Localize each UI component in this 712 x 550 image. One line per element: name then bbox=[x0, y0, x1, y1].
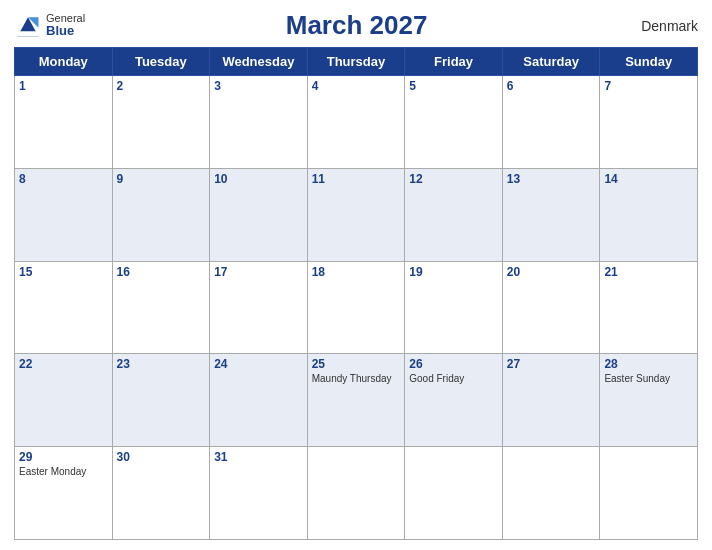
day-number: 9 bbox=[117, 172, 206, 186]
week-row-3: 15161718192021 bbox=[15, 261, 698, 354]
day-number: 16 bbox=[117, 265, 206, 279]
holiday-label: Easter Sunday bbox=[604, 373, 693, 384]
calendar-cell: 29Easter Monday bbox=[15, 447, 113, 540]
col-tuesday: Tuesday bbox=[112, 48, 210, 76]
day-number: 7 bbox=[604, 79, 693, 93]
calendar-cell: 17 bbox=[210, 261, 308, 354]
day-number: 27 bbox=[507, 357, 596, 371]
calendar-cell: 23 bbox=[112, 354, 210, 447]
calendar-cell: 1 bbox=[15, 76, 113, 169]
logo: General Blue bbox=[14, 12, 85, 40]
calendar-cell: 31 bbox=[210, 447, 308, 540]
day-number: 21 bbox=[604, 265, 693, 279]
col-saturday: Saturday bbox=[502, 48, 600, 76]
calendar-cell: 13 bbox=[502, 168, 600, 261]
calendar-cell: 30 bbox=[112, 447, 210, 540]
col-wednesday: Wednesday bbox=[210, 48, 308, 76]
calendar-cell: 4 bbox=[307, 76, 405, 169]
day-number: 14 bbox=[604, 172, 693, 186]
col-thursday: Thursday bbox=[307, 48, 405, 76]
day-number: 3 bbox=[214, 79, 303, 93]
week-row-4: 22232425Maundy Thursday26Good Friday2728… bbox=[15, 354, 698, 447]
day-number: 13 bbox=[507, 172, 596, 186]
logo-icon bbox=[14, 12, 42, 40]
calendar-cell: 21 bbox=[600, 261, 698, 354]
calendar-cell: 5 bbox=[405, 76, 503, 169]
calendar-cell: 11 bbox=[307, 168, 405, 261]
week-row-5: 29Easter Monday3031 bbox=[15, 447, 698, 540]
day-number: 8 bbox=[19, 172, 108, 186]
calendar-cell: 12 bbox=[405, 168, 503, 261]
calendar-cell: 14 bbox=[600, 168, 698, 261]
calendar-cell: 8 bbox=[15, 168, 113, 261]
calendar-cell: 22 bbox=[15, 354, 113, 447]
day-number: 31 bbox=[214, 450, 303, 464]
calendar-cell: 15 bbox=[15, 261, 113, 354]
day-number: 23 bbox=[117, 357, 206, 371]
calendar-cell: 27 bbox=[502, 354, 600, 447]
calendar-cell: 6 bbox=[502, 76, 600, 169]
day-number: 20 bbox=[507, 265, 596, 279]
calendar-cell: 7 bbox=[600, 76, 698, 169]
calendar-cell: 2 bbox=[112, 76, 210, 169]
holiday-label: Maundy Thursday bbox=[312, 373, 401, 384]
svg-rect-3 bbox=[18, 31, 39, 36]
calendar-cell bbox=[307, 447, 405, 540]
country-label: Denmark bbox=[628, 18, 698, 34]
calendar-header: General Blue March 2027 Denmark bbox=[14, 10, 698, 41]
week-row-1: 1234567 bbox=[15, 76, 698, 169]
day-number: 12 bbox=[409, 172, 498, 186]
day-number: 25 bbox=[312, 357, 401, 371]
col-monday: Monday bbox=[15, 48, 113, 76]
logo-text: General Blue bbox=[46, 12, 85, 38]
calendar-cell: 10 bbox=[210, 168, 308, 261]
day-number: 22 bbox=[19, 357, 108, 371]
calendar-cell: 19 bbox=[405, 261, 503, 354]
day-number: 18 bbox=[312, 265, 401, 279]
day-number: 10 bbox=[214, 172, 303, 186]
holiday-label: Good Friday bbox=[409, 373, 498, 384]
day-number: 29 bbox=[19, 450, 108, 464]
day-number: 17 bbox=[214, 265, 303, 279]
calendar-table: Monday Tuesday Wednesday Thursday Friday… bbox=[14, 47, 698, 540]
day-number: 15 bbox=[19, 265, 108, 279]
day-number: 6 bbox=[507, 79, 596, 93]
day-number: 5 bbox=[409, 79, 498, 93]
day-number: 24 bbox=[214, 357, 303, 371]
calendar-cell: 25Maundy Thursday bbox=[307, 354, 405, 447]
calendar-cell: 18 bbox=[307, 261, 405, 354]
calendar-cell: 20 bbox=[502, 261, 600, 354]
day-number: 2 bbox=[117, 79, 206, 93]
holiday-label: Easter Monday bbox=[19, 466, 108, 477]
col-friday: Friday bbox=[405, 48, 503, 76]
day-number: 26 bbox=[409, 357, 498, 371]
calendar-cell bbox=[502, 447, 600, 540]
calendar-cell: 3 bbox=[210, 76, 308, 169]
calendar-cell: 28Easter Sunday bbox=[600, 354, 698, 447]
day-number: 28 bbox=[604, 357, 693, 371]
calendar-title: March 2027 bbox=[85, 10, 628, 41]
logo-blue-text: Blue bbox=[46, 24, 85, 38]
day-number: 4 bbox=[312, 79, 401, 93]
calendar-container: General Blue March 2027 Denmark Monday T… bbox=[0, 0, 712, 550]
calendar-cell: 26Good Friday bbox=[405, 354, 503, 447]
calendar-cell: 24 bbox=[210, 354, 308, 447]
calendar-cell bbox=[600, 447, 698, 540]
day-number: 19 bbox=[409, 265, 498, 279]
day-number: 1 bbox=[19, 79, 108, 93]
week-row-2: 891011121314 bbox=[15, 168, 698, 261]
calendar-cell: 9 bbox=[112, 168, 210, 261]
calendar-cell bbox=[405, 447, 503, 540]
day-number: 11 bbox=[312, 172, 401, 186]
days-header-row: Monday Tuesday Wednesday Thursday Friday… bbox=[15, 48, 698, 76]
day-number: 30 bbox=[117, 450, 206, 464]
calendar-cell: 16 bbox=[112, 261, 210, 354]
col-sunday: Sunday bbox=[600, 48, 698, 76]
